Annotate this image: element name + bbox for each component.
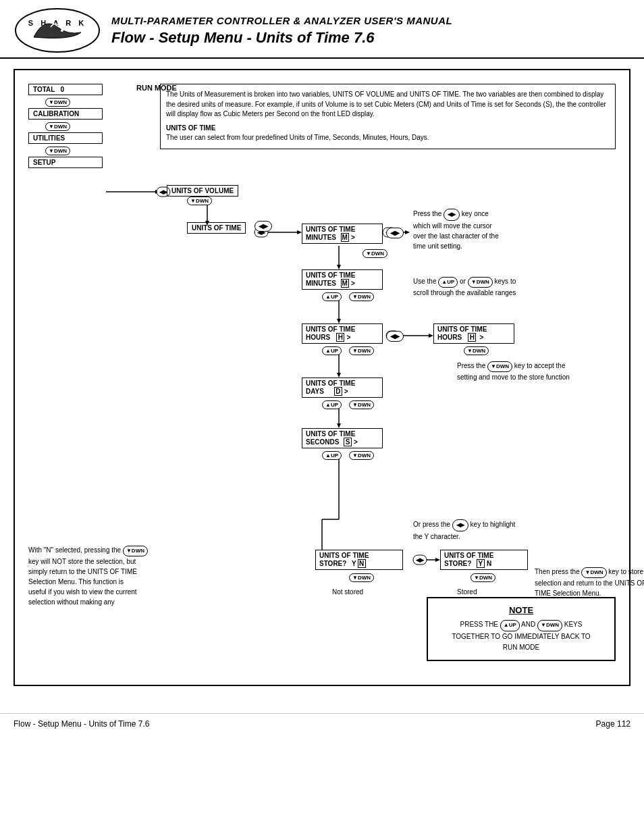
footer-right: Page 112 <box>596 719 630 729</box>
lcd-store-right: UNITS OF TIME STORE? YN <box>440 550 528 570</box>
units-of-time-box: UNITS OF TIME <box>187 222 246 234</box>
enter-btn-annot2[interactable]: ◀▶ <box>452 519 468 531</box>
header: S H A R K MULTI-PARAMETER CONTROLLER & A… <box>0 0 644 59</box>
annot-store: Then press the ▼DWN key to store the sel… <box>535 567 644 598</box>
down-lcd-store-right: ▼DWN <box>471 572 495 582</box>
note-box: NOTE PRESS THE ▲UP AND ▼DWN KEYS TOGETHE… <box>427 597 616 661</box>
lcd-hours-left: UNITS OF TIME HOURS H> <box>302 323 383 344</box>
menu-setup: SETUP <box>28 157 103 168</box>
menu-total: TOTAL 0 <box>28 84 103 95</box>
enter-uot: ◀▶ <box>254 221 272 232</box>
diagram-box: RUN MODE TOTAL 0 ▼DWN CALIBRATION ▼DWN U… <box>14 69 630 686</box>
down-btn-annot2[interactable]: ▼DWN <box>487 361 512 372</box>
logo: S H A R K <box>14 7 101 54</box>
down-btn-seconds[interactable]: ▼DWN <box>349 451 374 460</box>
down-btn-days[interactable]: ▼DWN <box>349 400 374 409</box>
enter-btn-lcd1[interactable]: ◀▶ <box>386 228 404 238</box>
down-under-lcd1: ▼DWN <box>363 248 387 258</box>
up-btn-hours[interactable]: ▲UP <box>322 346 342 355</box>
down-btn-uov[interactable]: ▼DWN <box>187 197 212 205</box>
down-icon-units-vol: ▼DWN <box>187 197 212 205</box>
svg-marker-4 <box>155 190 160 194</box>
menu-calibration: CALIBRATION <box>28 108 103 120</box>
down-lcd-days: ▼DWN <box>349 399 374 409</box>
down-btn-lcd2[interactable]: ▼DWN <box>349 292 374 301</box>
note-text: PRESS THE ▲UP AND ▼DWN KEYS TOGETHER TO … <box>435 619 608 653</box>
down-lcd-hours: ▼DWN <box>349 345 374 355</box>
down-lcd-seconds: ▼DWN <box>349 450 374 460</box>
down-btn-total[interactable]: ▼DWN <box>45 98 70 107</box>
svg-marker-14 <box>405 230 410 234</box>
svg-point-2 <box>61 29 63 32</box>
up-btn-seconds[interactable]: ▲UP <box>322 451 342 460</box>
down-btn-utilities[interactable]: ▼DWN <box>45 147 70 155</box>
desc-para2: The user can select from four predefined… <box>166 133 610 143</box>
up-btn-note[interactable]: ▲UP <box>500 620 520 631</box>
units-of-volume-box: UNITS OF VOLUME <box>167 185 238 197</box>
down-btn-note[interactable]: ▼DWN <box>537 620 562 631</box>
svg-marker-10 <box>297 230 302 234</box>
up-btn-days[interactable]: ▲UP <box>322 400 342 409</box>
lcd-minutes-2: UNITS OF TIME MINUTES M> <box>302 269 383 290</box>
up-lcd-days: ▲UP <box>322 399 342 409</box>
left-menu: TOTAL 0 ▼DWN CALIBRATION ▼DWN UTILITIES … <box>28 84 103 168</box>
main-content: RUN MODE TOTAL 0 ▼DWN CALIBRATION ▼DWN U… <box>0 59 644 710</box>
down-btn-hours-right[interactable]: ▼DWN <box>464 346 489 355</box>
svg-text:S H A R K: S H A R K <box>28 19 87 27</box>
menu-utilities: UTILITIES <box>28 132 103 144</box>
lcd-store-left: UNITS OF TIME STORE? YN <box>315 550 403 570</box>
svg-text:◀▶: ◀▶ <box>415 557 425 563</box>
down-btn-store-right[interactable]: ▼DWN <box>471 573 495 582</box>
svg-marker-24 <box>337 423 341 428</box>
svg-marker-34 <box>429 334 433 338</box>
page: S H A R K MULTI-PARAMETER CONTROLLER & A… <box>0 0 644 834</box>
down-btn-lcd1[interactable]: ▼DWN <box>363 249 387 258</box>
stored-label: Stored <box>457 588 477 596</box>
down-btn-annot3[interactable]: ▼DWN <box>123 546 148 556</box>
up-btn-lcd2[interactable]: ▲UP <box>322 292 342 301</box>
down-btn-store-left[interactable]: ▼DWN <box>349 573 374 582</box>
up-lcd2: ▲UP <box>322 291 342 301</box>
annot-up-down: Use the ▲UP or ▼DWN keys to scroll throu… <box>413 276 555 298</box>
diagram-inner: RUN MODE TOTAL 0 ▼DWN CALIBRATION ▼DWN U… <box>25 80 619 675</box>
down-lcd-hours-right: ▼DWN <box>464 345 489 355</box>
annot-enter-once: Press the ◀▶ key once which will move th… <box>413 209 555 251</box>
enter-btn-uot[interactable]: ◀▶ <box>254 221 272 232</box>
up-btn-annot[interactable]: ▲UP <box>438 277 458 288</box>
footer: Flow - Setup Menu - Units of Time 7.6 Pa… <box>0 713 644 734</box>
down-btn-calibration[interactable]: ▼DWN <box>45 122 70 131</box>
header-subtitle: Flow - Setup Menu - Units of Time 7.6 <box>111 29 630 47</box>
up-lcd-hours: ▲UP <box>322 345 342 355</box>
annot-n-selected: With "N" selected, pressing the ▼DWN key… <box>28 545 184 607</box>
enter-lcd1: ◀▶ <box>386 228 404 238</box>
desc-para1: The Units of Measurement is broken into … <box>166 90 606 118</box>
lcd-hours-right: UNITS OF TIME HOURS H> <box>433 323 514 344</box>
desc-box: The Units of Measurement is broken into … <box>160 84 616 149</box>
svg-marker-20 <box>337 319 341 323</box>
enter-btn-annot1[interactable]: ◀▶ <box>444 209 460 221</box>
svg-marker-22 <box>337 373 341 377</box>
header-title: MULTI-PARAMETER CONTROLLER & ANALYZER US… <box>111 15 630 26</box>
not-stored-label: Not stored <box>332 588 363 596</box>
header-text: MULTI-PARAMETER CONTROLLER & ANALYZER US… <box>101 15 630 47</box>
down-lcd2: ▼DWN <box>349 291 374 301</box>
svg-marker-18 <box>337 265 341 269</box>
enter-hours: ◀▶ <box>386 331 404 342</box>
note-title: NOTE <box>435 605 608 615</box>
lcd-seconds: UNITS OF TIME SECONDS S> <box>302 428 383 448</box>
annot-down-accept: Press the ▼DWN key to accept the setting… <box>457 361 592 382</box>
svg-marker-30 <box>435 558 440 562</box>
annot-highlight-y: Or press the ◀▶ key to highlight the Y c… <box>413 519 555 542</box>
lcd-minutes-1: UNITS OF TIME MINUTES M> <box>302 224 383 244</box>
svg-rect-31 <box>413 555 427 565</box>
down-lcd-store-left: ▼DWN <box>349 572 374 582</box>
down-btn-annot4[interactable]: ▼DWN <box>581 567 606 578</box>
enter-btn-hours[interactable]: ◀▶ <box>386 331 404 342</box>
desc-units-heading: UNITS OF TIME <box>166 124 610 134</box>
down-btn-annot[interactable]: ▼DWN <box>468 277 493 288</box>
down-btn-hours[interactable]: ▼DWN <box>349 346 374 355</box>
footer-left: Flow - Setup Menu - Units of Time 7.6 <box>14 719 149 729</box>
up-lcd-seconds: ▲UP <box>322 450 342 460</box>
lcd-days: UNITS OF TIME DAYS D> <box>302 377 383 398</box>
